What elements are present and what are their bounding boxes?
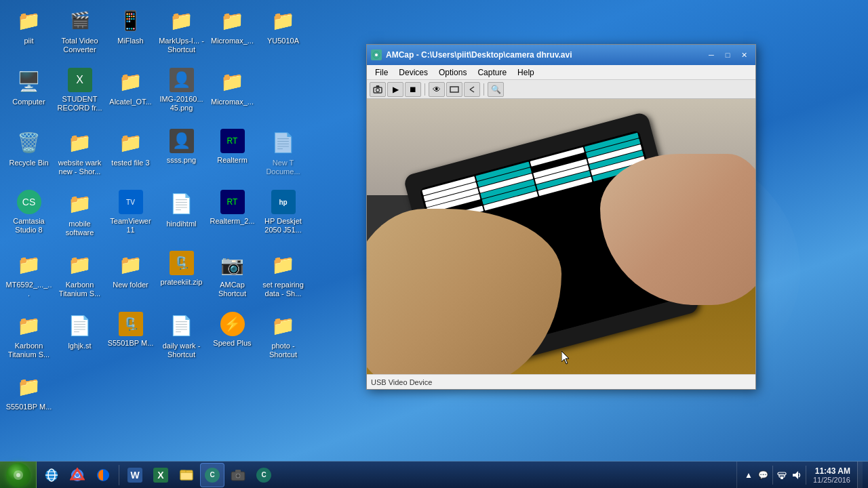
icon-computer[interactable]: 🖥️ Computer [3,64,54,125]
toolbar-zoom-btn[interactable]: 🔍 [488,82,504,97]
svg-point-24 [237,474,240,477]
taskbar-chrome[interactable] [65,463,90,487]
icon-karbonn-titanium2[interactable]: 📁 Karbonn Titanium S... [3,308,54,369]
show-desktop-button[interactable] [857,462,863,489]
speed-plus-icon: ⚡ [220,312,245,336]
taskbar-firefox[interactable] [91,463,115,487]
icon-piit[interactable]: 📁 piit [3,3,54,64]
img-20160-icon: 👤 [170,68,194,92]
icon-tested-file[interactable]: 📁 tested file 3 [105,125,156,186]
lghjk-icon: 📄 [66,312,94,339]
icon-website-wark[interactable]: 📁 website wark new - Shor... [54,125,105,186]
icon-karbonn-titanium[interactable]: 📁 Karbonn Titanium S... [54,247,105,308]
close-button[interactable]: ✕ [736,48,751,62]
icon-lghjk[interactable]: 📄 lghjk.st [54,308,105,369]
toolbar-separator-2 [484,83,484,96]
icon-s5501bp[interactable]: 🗜️ S5501BP M... [105,308,156,369]
tray-volume[interactable] [791,469,803,481]
toolbar-stop-btn[interactable]: ⏹ [405,82,421,97]
start-button[interactable] [0,462,37,489]
icon-mobile-software[interactable]: 📁 mobile software [54,186,105,247]
icon-teamviewer[interactable]: TV TeamViewer 11 [105,186,156,247]
icon-lghjk-label: lghjk.st [68,342,91,350]
window-titlebar[interactable]: AMCap - C:\Users\piit\Desktop\camera dhr… [367,45,755,65]
maximize-button[interactable]: □ [720,48,735,62]
toolbar-rect-btn[interactable] [446,82,462,97]
icon-new-t-doc[interactable]: 📄 New T Docume... [258,125,309,186]
icon-camtasia[interactable]: CS Camtasia Studio 8 [3,186,54,247]
window-statusbar: USB Video Device [367,374,755,389]
tray-arrow[interactable]: ▲ [743,469,755,481]
icon-new-folder[interactable]: 📁 New folder [105,247,156,308]
clock-area[interactable]: 11:43 AM 11/25/2016 [809,465,854,485]
svg-rect-21 [180,472,193,480]
taskbar-word[interactable]: W [123,463,147,487]
icon-ssss-png[interactable]: 👤 ssss.png [156,125,207,186]
taskbar-camtasia2[interactable]: C [252,463,276,487]
icon-mt6592[interactable]: 📁 MT6592_..._... [3,247,54,308]
taskbar-ie[interactable] [39,463,64,487]
window-controls: ─ □ ✕ [704,48,751,62]
icon-daily-wark-label: daily wark - Shortcut [159,342,205,359]
icon-prateekit[interactable]: 🗜️ prateekiit.zip [156,247,207,308]
icon-yu5010a[interactable]: 📁 YU5010A [258,3,309,64]
s5501bp2-icon: 📁 [16,373,43,400]
svg-point-1 [375,54,378,56]
toolbar-separator-1 [425,83,425,96]
icon-mobile-software-label: mobile software [57,220,103,237]
word-icon: W [127,468,142,483]
taskbar-camtasia[interactable]: C [200,463,224,487]
icon-alcatel[interactable]: 📁 Alcatel_OT... [105,64,156,125]
icon-total-video[interactable]: 🎬 Total Video Converter [54,3,105,64]
icon-micromax2[interactable]: 📁 Micromax_... [207,64,258,125]
icon-student-record[interactable]: X STUDENT RECORD fr... [54,64,105,125]
icon-speed-plus-label: Speed Plus [213,339,251,348]
icon-photo-shortcut[interactable]: 📁 photo - Shortcut [258,308,309,369]
taskbar-excel[interactable]: X [149,463,173,487]
icon-markups[interactable]: 📁 MarkUps-I... - Shortcut [156,3,207,64]
tray-separator2 [806,466,806,485]
icon-amcap-shortcut[interactable]: 📷 AMCap Shortcut [207,247,258,308]
icon-hp-deskjet[interactable]: hp HP Deskjet 2050 J51... [258,186,309,247]
tray-chat[interactable]: 💬 [757,469,770,481]
icon-speed-plus[interactable]: ⚡ Speed Plus [207,308,258,369]
icon-recycle-bin[interactable]: 🗑️ Recycle Bin [3,125,54,186]
realterm2-icon: RT [220,190,245,214]
karbonn-titanium2-icon: 📁 [16,312,43,339]
menu-help[interactable]: Help [512,66,540,79]
icon-new-t-doc-label: New T Docume... [260,159,307,176]
amcap-title-icon [371,49,382,60]
camera-scene [367,99,755,374]
menu-file[interactable]: File [370,66,393,79]
yu5010a-icon: 📁 [270,7,297,34]
menu-options[interactable]: Options [433,66,472,79]
icon-recycle-bin-label: Recycle Bin [9,159,48,167]
icon-realterm2-label: Realterm_2... [210,217,254,226]
toolbar-audio-btn[interactable] [464,82,480,97]
toolbar-play-btn[interactable]: ▶ [387,82,403,97]
icon-img-20160[interactable]: 👤 IMG-20160... 45.png [156,64,207,125]
toolbar-eye-btn[interactable]: 👁 [429,82,445,97]
icon-set-repairing[interactable]: 📁 set repairing data - Sh... [258,247,309,308]
icon-karbonn-titanium-label: Karbonn Titanium S... [57,281,103,298]
taskbar-explorer[interactable] [174,463,199,487]
icon-s5501bp2[interactable]: 📁 S5501BP M... [3,369,54,430]
minimize-button[interactable]: ─ [704,48,719,62]
icon-realterm[interactable]: RT Realterm [207,125,258,186]
photo-shortcut-icon: 📁 [270,312,297,339]
tray-network[interactable] [776,469,788,481]
icon-daily-wark[interactable]: 📄 daily wark - Shortcut [156,308,207,369]
icon-miflash[interactable]: 📱 MiFlash [105,3,156,64]
icon-realterm2[interactable]: RT Realterm_2... [207,186,258,247]
icon-hindihtml[interactable]: 📄 hindihtml [156,186,207,247]
menu-devices[interactable]: Devices [393,66,433,79]
menu-capture[interactable]: Capture [472,66,512,79]
svg-point-17 [75,473,79,477]
taskbar: W X C C [0,461,868,488]
amcap-shortcut-icon: 📷 [219,251,246,278]
icon-karbonn-titanium2-label: Karbonn Titanium S... [6,342,52,359]
toolbar-capture-btn[interactable] [370,82,386,97]
icon-micromax1[interactable]: 📁 Micromax_... [207,3,258,64]
student-record-icon: X [68,68,92,92]
taskbar-camera[interactable] [226,463,250,487]
